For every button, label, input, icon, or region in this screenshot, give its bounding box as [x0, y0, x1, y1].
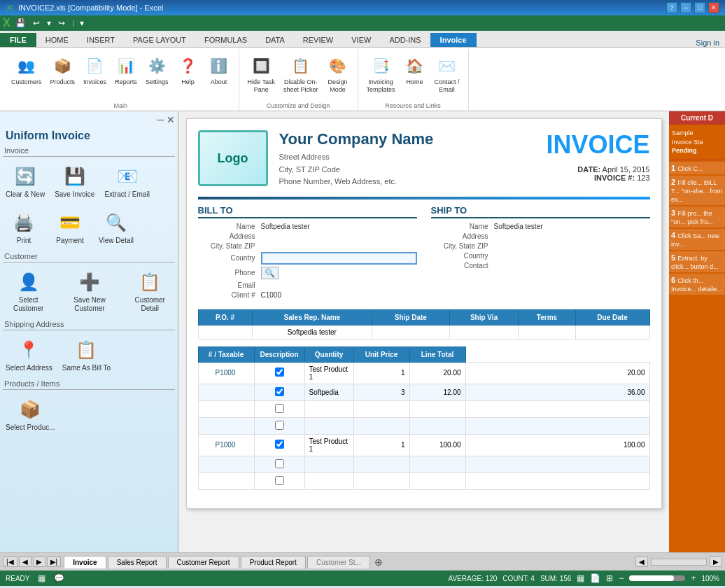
tab-formulas[interactable]: FORMULAS: [195, 32, 256, 47]
ribbon-help[interactable]: ❓ Help: [174, 53, 202, 88]
panel-minimize-btn[interactable]: ─: [157, 114, 164, 125]
help-btn[interactable]: ?: [666, 2, 677, 13]
ribbon-about[interactable]: ℹ️ About: [205, 53, 233, 88]
clear-new-btn[interactable]: 🔄 Clear & New: [3, 160, 48, 202]
ribbon-invoicing-templates[interactable]: 📑 InvoicingTemplates: [364, 53, 398, 95]
sheet-tab-customer-report[interactable]: Customer Report: [168, 556, 239, 568]
sheet-tab-sales-report[interactable]: Sales Report: [108, 556, 167, 568]
ribbon-hide-task-pane[interactable]: 🔲 Hide TaskPane: [245, 53, 278, 95]
item-checkbox-empty-5[interactable]: [275, 459, 284, 468]
select-product-btn[interactable]: 📦 Select Produc...: [3, 393, 58, 435]
qat-customize[interactable]: ▾: [78, 18, 86, 28]
select-customer-btn[interactable]: 👤 Select Customer: [3, 265, 54, 316]
ribbon-contact-email[interactable]: ✉️ Contact /Email: [432, 53, 463, 95]
item-checkbox-4[interactable]: [275, 440, 284, 449]
tab-view[interactable]: VIEW: [342, 32, 380, 47]
sheet-tab-product-report[interactable]: Product Report: [241, 556, 306, 568]
bill-name-row: Name Softpedia tester: [198, 223, 417, 230]
tab-data[interactable]: DATA: [256, 32, 294, 47]
qat-redo[interactable]: ↪: [56, 18, 67, 28]
view-page-break-icon[interactable]: ⊞: [606, 573, 613, 583]
add-sheet-btn[interactable]: ⊕: [370, 556, 387, 568]
ribbon-customers[interactable]: 👥 Customers: [8, 53, 45, 88]
item-desc-2: [304, 400, 353, 417]
zoom-in-icon[interactable]: +: [691, 573, 696, 583]
item-total-6: [465, 472, 649, 489]
select-address-icon: 📍: [15, 336, 43, 364]
sign-in[interactable]: Sign in: [690, 38, 725, 47]
ribbon-products[interactable]: 📦 Products: [48, 53, 78, 88]
tab-nav-next[interactable]: ▶: [33, 556, 45, 567]
sheet-tab-invoice[interactable]: Invoice: [64, 556, 106, 568]
company-address: Street Address City, ST ZIP Code Phone N…: [279, 151, 547, 188]
view-normal-icon[interactable]: ▦: [577, 573, 584, 583]
tab-home[interactable]: HOME: [36, 32, 78, 47]
same-as-bill-btn[interactable]: 📋 Same As Bill To: [59, 333, 113, 375]
zoom-slider[interactable]: [629, 575, 685, 581]
zoom-level: 100%: [701, 575, 719, 582]
tab-addins[interactable]: ADD-INS: [380, 32, 430, 47]
main-group-items: 👥 Customers 📦 Products 📄 Invoices 📊 Repo…: [8, 50, 233, 101]
item-checkbox-0[interactable]: [275, 368, 284, 377]
ribbon-reports[interactable]: 📊 Reports: [112, 53, 140, 88]
tab-page-layout[interactable]: PAGE LAYOUT: [124, 32, 195, 47]
ribbon-design-mode[interactable]: 🎨 DesignMode: [324, 53, 352, 95]
tab-file[interactable]: FILE: [0, 33, 36, 47]
cell-format-icon: 💬: [54, 573, 64, 583]
excel-icon: ✕: [6, 2, 14, 13]
zoom-out-icon[interactable]: −: [619, 573, 624, 583]
ribbon-disable-onsheet[interactable]: 📋 Disable On-sheet Picker: [281, 53, 321, 95]
tab-nav-last[interactable]: ▶|: [47, 556, 62, 567]
col-ship-via: Ship Via: [449, 309, 519, 325]
close-btn[interactable]: ✕: [708, 2, 719, 13]
item-checkbox-empty-2[interactable]: [275, 404, 284, 413]
view-page-layout-icon[interactable]: 📄: [590, 573, 600, 583]
item-first-4: P1000: [198, 434, 254, 456]
qat-undo-arrow[interactable]: ▾: [45, 18, 53, 28]
invoice-document: Logo Your Company Name Street Address Ci…: [186, 118, 662, 509]
phone-picker-btn[interactable]: 🔍: [261, 267, 279, 279]
sum-label: SUM: 156: [540, 575, 571, 582]
save-invoice-btn[interactable]: 💾 Save Invoice: [52, 160, 97, 202]
reports-icon: 📊: [115, 55, 137, 77]
customer-detail-btn[interactable]: 📋 Customer Detail: [125, 265, 175, 316]
maximize-btn[interactable]: □: [694, 2, 705, 13]
ship-contact-row: Contact: [431, 262, 650, 270]
view-detail-btn[interactable]: 🔍 View Detail: [95, 206, 137, 248]
tab-insert[interactable]: INSERT: [78, 32, 124, 47]
item-checkbox-empty-6[interactable]: [275, 476, 284, 485]
item-checkbox-1[interactable]: [275, 387, 284, 396]
disable-onsheet-icon: 📋: [290, 55, 312, 77]
bill-country-input[interactable]: [261, 252, 417, 265]
about-icon: ℹ️: [208, 55, 230, 77]
bill-clientnum-row: Client # C1000: [198, 291, 417, 299]
ribbon-settings[interactable]: ⚙️ Settings: [143, 53, 171, 88]
save-new-customer-btn[interactable]: ➕ Save New Customer: [58, 265, 120, 316]
scroll-right-btn[interactable]: ▶: [710, 556, 722, 567]
qat-undo[interactable]: ↩: [31, 18, 42, 28]
select-address-btn[interactable]: 📍 Select Address: [3, 333, 55, 375]
scroll-btns: ◀ ▶: [635, 556, 722, 567]
tab-invoice[interactable]: Invoice: [430, 33, 477, 47]
ribbon-invoices[interactable]: 📄 Invoices: [80, 53, 109, 88]
payment-btn[interactable]: 💳 Payment: [49, 206, 91, 248]
item-qty-6: [353, 472, 409, 489]
sheet-tab-customer-st...[interactable]: Customer St...: [307, 556, 370, 568]
title-bar: ✕ INVOICE2.xls [Compatibility Mode] - Ex…: [0, 0, 725, 15]
ribbon-home[interactable]: 🏠 Home: [401, 53, 429, 88]
minimize-btn[interactable]: ─: [680, 2, 691, 13]
print-btn[interactable]: 🖨️ Print: [3, 206, 45, 248]
extract-email-btn[interactable]: 📧 Extract / Email: [101, 160, 152, 202]
col-line-total: Line Total: [409, 346, 465, 362]
qat-save[interactable]: 💾: [13, 18, 28, 28]
tab-nav-prev[interactable]: ◀: [19, 556, 31, 567]
panel-close-btn[interactable]: ✕: [167, 114, 175, 125]
scroll-bar[interactable]: [651, 559, 707, 566]
tab-review[interactable]: REVIEW: [294, 32, 342, 47]
item-desc-4: Test Product 1: [304, 434, 353, 456]
item-checkbox-empty-3[interactable]: [275, 421, 284, 430]
col-sales-rep: Sales Rep. Name: [252, 309, 372, 325]
item-total-3: [465, 417, 649, 434]
tab-nav-first[interactable]: |◀: [3, 556, 17, 567]
scroll-left-btn[interactable]: ◀: [635, 556, 648, 567]
